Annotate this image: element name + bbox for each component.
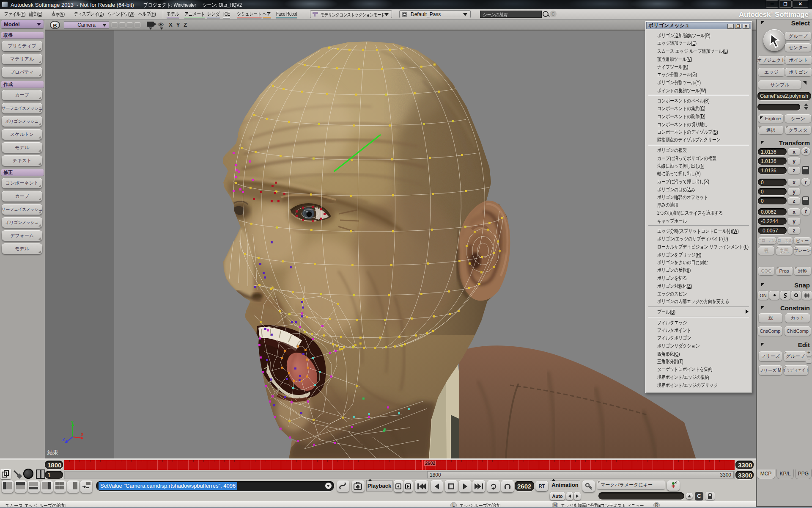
svg-text:Z: Z [62, 437, 65, 442]
svg-text:X: X [81, 432, 83, 437]
svg-text:Y: Y [71, 420, 74, 425]
